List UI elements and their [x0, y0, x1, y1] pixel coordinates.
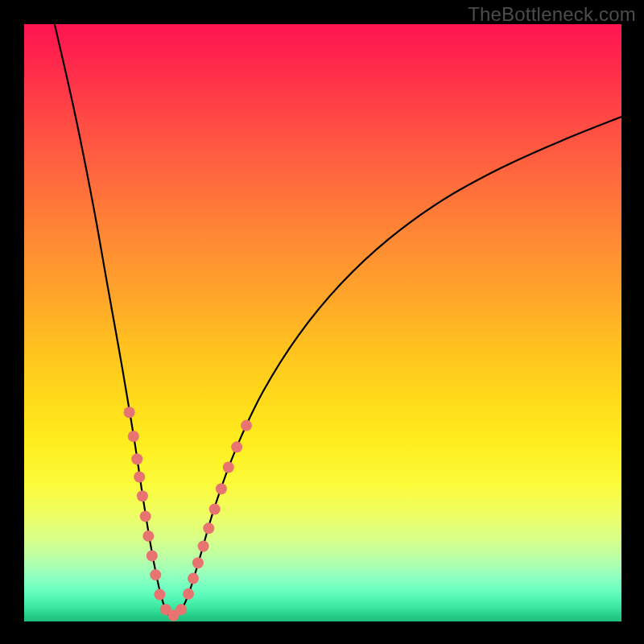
data-dot [183, 588, 194, 600]
data-dot [124, 407, 135, 418]
dots-layer [124, 407, 252, 621]
data-dot [140, 510, 151, 522]
watermark-text: TheBottleneck.com [468, 3, 636, 26]
data-dot [131, 453, 142, 464]
data-dot [154, 589, 165, 601]
data-dot [137, 490, 148, 502]
chart-svg [24, 24, 621, 621]
data-dot [134, 471, 145, 482]
data-dot [142, 530, 154, 542]
data-dot [241, 420, 252, 431]
data-dot [223, 462, 234, 473]
data-dot [231, 441, 242, 452]
data-dot [175, 604, 187, 615]
data-dot [192, 557, 204, 568]
data-dot [209, 504, 221, 515]
data-dot [150, 569, 161, 580]
data-dot [147, 550, 158, 561]
data-dot [216, 483, 227, 494]
data-dot [203, 522, 214, 534]
data-dot [198, 541, 209, 552]
data-dot [128, 431, 139, 442]
plot-area [24, 24, 621, 621]
bottleneck-curve [55, 24, 621, 617]
chart-frame: TheBottleneck.com [0, 0, 644, 644]
data-dot [188, 573, 199, 584]
